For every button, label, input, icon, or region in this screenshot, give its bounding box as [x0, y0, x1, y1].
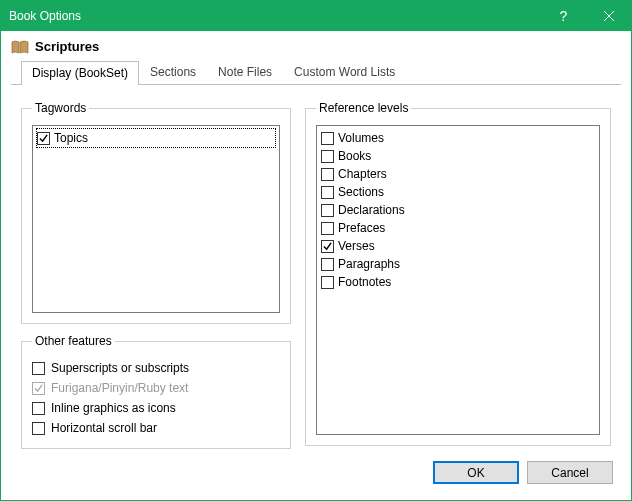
- checkbox-icon[interactable]: [32, 422, 45, 435]
- ref-label: Footnotes: [338, 275, 391, 289]
- subheader-label: Scriptures: [35, 39, 99, 54]
- ref-label: Paragraphs: [338, 257, 400, 271]
- checkbox-icon[interactable]: [321, 204, 334, 217]
- content: Tagwords Topics Other features Superscri…: [1, 85, 631, 455]
- group-reference-levels: Reference levels Volumes Books Chapters …: [305, 101, 611, 446]
- close-button[interactable]: [586, 1, 631, 31]
- tagwords-item-topics[interactable]: Topics: [37, 129, 275, 147]
- other-furigana: Furigana/Pinyin/Ruby text: [32, 378, 280, 398]
- tab-note-files[interactable]: Note Files: [207, 60, 283, 84]
- checkbox-icon[interactable]: [32, 362, 45, 375]
- titlebar: Book Options ?: [1, 1, 631, 31]
- group-reference-legend: Reference levels: [316, 101, 411, 115]
- reference-levels-listbox[interactable]: Volumes Books Chapters Sections Declarat…: [316, 125, 600, 435]
- checkbox-icon[interactable]: [321, 132, 334, 145]
- book-icon: [11, 40, 29, 54]
- ref-chapters[interactable]: Chapters: [321, 165, 595, 183]
- checkbox-icon[interactable]: [37, 132, 50, 145]
- ref-declarations[interactable]: Declarations: [321, 201, 595, 219]
- group-tagwords-legend: Tagwords: [32, 101, 89, 115]
- checkbox-icon[interactable]: [321, 240, 334, 253]
- other-label: Inline graphics as icons: [51, 401, 176, 415]
- other-superscripts[interactable]: Superscripts or subscripts: [32, 358, 280, 378]
- tab-display-bookset[interactable]: Display (BookSet): [21, 61, 139, 85]
- checkbox-icon[interactable]: [321, 150, 334, 163]
- checkbox-icon[interactable]: [321, 222, 334, 235]
- ref-label: Declarations: [338, 203, 405, 217]
- dialog-footer: OK Cancel: [1, 455, 631, 496]
- ref-sections[interactable]: Sections: [321, 183, 595, 201]
- help-icon: ?: [560, 8, 568, 24]
- other-inline-graphics[interactable]: Inline graphics as icons: [32, 398, 280, 418]
- ref-label: Chapters: [338, 167, 387, 181]
- left-column: Tagwords Topics Other features Superscri…: [21, 101, 291, 449]
- other-label: Superscripts or subscripts: [51, 361, 189, 375]
- close-icon: [604, 11, 614, 21]
- tagwords-listbox[interactable]: Topics: [32, 125, 280, 313]
- ref-prefaces[interactable]: Prefaces: [321, 219, 595, 237]
- checkbox-icon: [32, 382, 45, 395]
- ref-paragraphs[interactable]: Paragraphs: [321, 255, 595, 273]
- tab-custom-word-lists[interactable]: Custom Word Lists: [283, 60, 406, 84]
- tab-bar: Display (BookSet) Sections Note Files Cu…: [11, 60, 621, 85]
- ref-label: Sections: [338, 185, 384, 199]
- checkbox-icon[interactable]: [32, 402, 45, 415]
- checkbox-icon[interactable]: [321, 276, 334, 289]
- cancel-button[interactable]: Cancel: [527, 461, 613, 484]
- ref-label: Volumes: [338, 131, 384, 145]
- tagwords-item-label: Topics: [54, 131, 88, 145]
- window-title: Book Options: [9, 9, 541, 23]
- other-label: Furigana/Pinyin/Ruby text: [51, 381, 188, 395]
- ref-books[interactable]: Books: [321, 147, 595, 165]
- checkbox-icon[interactable]: [321, 186, 334, 199]
- ref-label: Verses: [338, 239, 375, 253]
- other-label: Horizontal scroll bar: [51, 421, 157, 435]
- subheader: Scriptures: [1, 31, 631, 60]
- checkbox-icon[interactable]: [321, 168, 334, 181]
- tab-sections[interactable]: Sections: [139, 60, 207, 84]
- ref-footnotes[interactable]: Footnotes: [321, 273, 595, 291]
- ref-volumes[interactable]: Volumes: [321, 129, 595, 147]
- checkbox-icon[interactable]: [321, 258, 334, 271]
- ok-button[interactable]: OK: [433, 461, 519, 484]
- other-horizontal-scroll[interactable]: Horizontal scroll bar: [32, 418, 280, 438]
- ref-label: Prefaces: [338, 221, 385, 235]
- help-button[interactable]: ?: [541, 1, 586, 31]
- group-other-features: Other features Superscripts or subscript…: [21, 334, 291, 449]
- group-tagwords: Tagwords Topics: [21, 101, 291, 324]
- ref-verses[interactable]: Verses: [321, 237, 595, 255]
- right-column: Reference levels Volumes Books Chapters …: [305, 101, 611, 449]
- ref-label: Books: [338, 149, 371, 163]
- group-other-legend: Other features: [32, 334, 115, 348]
